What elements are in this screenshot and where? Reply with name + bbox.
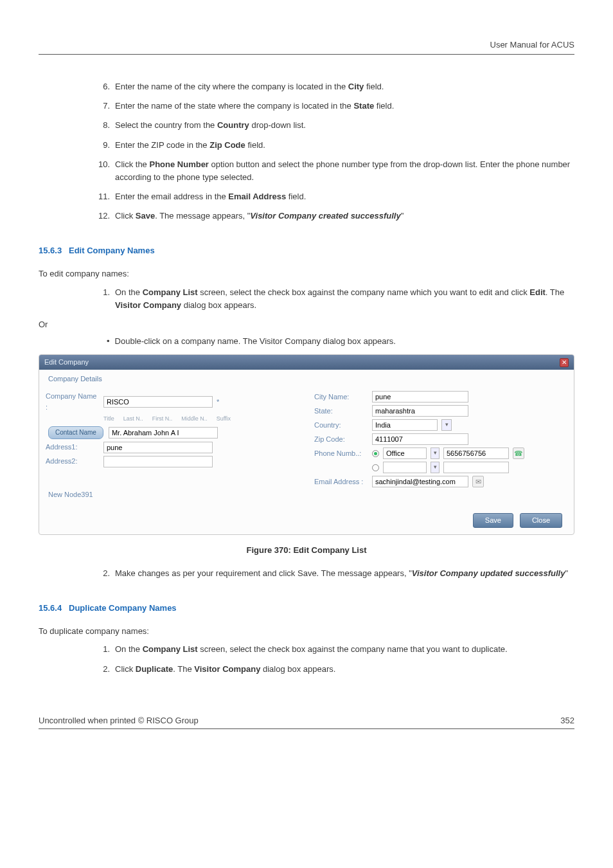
list-item: 2.Click Duplicate. The Visitor Company d… [93,663,574,676]
chevron-down-icon[interactable]: ▾ [441,419,452,431]
list-text: On the Company List screen, select the c… [115,286,574,312]
dialog-titlebar: Edit Company ✕ [39,355,574,370]
zip-input[interactable] [372,433,468,445]
chevron-down-icon[interactable]: ▾ [431,448,440,459]
ordered-list-a: 6.Enter the name of the city where the c… [93,80,574,222]
list-item: 6.Enter the name of the city where the c… [93,80,574,93]
list-number: 8. [93,119,110,132]
section-number: 15.6.3 [39,246,62,255]
country-label: Country: [314,420,368,431]
page-header: User Manual for ACUS [39,39,574,55]
intro-text-b: To duplicate company names: [39,625,574,638]
list-text: Make changes as per your requirement and… [115,567,574,580]
hint-first: First N.. [152,415,173,424]
close-icon[interactable]: ✕ [560,358,569,367]
list-item: 10.Click the Phone Number option button … [93,158,574,184]
dialog-left-column: Company Name : * Title Last N.. First N.… [46,388,299,500]
list-item: 2.Make changes as per your requirement a… [93,567,574,580]
list-number: 1. [93,643,110,656]
figure-caption: Figure 370: Edit Company List [39,544,574,557]
phone-radio-1[interactable] [372,450,379,457]
address1-label: Address1: [46,442,100,453]
list-number: 7. [93,100,110,113]
page-footer: Uncontrolled when printed © RISCO Group … [39,714,574,729]
dialog-title: Edit Company [44,357,89,368]
hint-middle: Middle N.. [181,415,208,424]
list-item: 9.Enter the ZIP code in the Zip Code fie… [93,139,574,152]
zip-label: Zip Code: [314,434,368,445]
list-number: 9. [93,139,110,152]
list-number: 11. [93,190,110,203]
address2-input[interactable] [103,456,213,467]
section-heading-edit: 15.6.3 Edit Company Names [39,244,574,257]
section-title: Duplicate Company Names [69,603,177,613]
list-item: 8.Select the country from the Country dr… [93,119,574,132]
phone-type-select-2[interactable] [383,462,427,473]
list-item: 1.On the Company List screen, select the… [93,286,574,312]
email-label: Email Address : [314,476,368,487]
phone-input-2[interactable] [443,462,509,473]
list-text: Enter the ZIP code in the Zip Code field… [115,139,574,152]
phone-icon[interactable]: ☎ [513,448,524,459]
email-input[interactable] [372,476,468,487]
bullet-item: Double-click on a company name. The Visi… [107,335,574,348]
state-label: State: [314,406,368,417]
close-button[interactable]: Close [520,513,562,528]
save-button[interactable]: Save [473,513,513,528]
list-text: On the Company List screen, select the c… [115,643,574,656]
list-text: Enter the email address in the Email Add… [115,190,574,203]
list-item: 7.Enter the name of the state where the … [93,100,574,113]
fieldset-label: Company Details [46,375,102,383]
hint-last: Last N.. [123,415,143,424]
list-number: 2. [93,567,110,580]
list-text: Select the country from the Country drop… [115,119,574,132]
list-text: Enter the name of the city where the com… [115,80,574,93]
bullet-list-b: Double-click on a company name. The Visi… [39,335,574,348]
section-number: 15.6.4 [39,603,62,613]
footer-page-number: 352 [560,714,574,727]
section-title: Edit Company Names [69,246,155,255]
phone-type-select[interactable] [383,448,427,459]
list-item: 12.Click Save. The message appears, "Vis… [93,210,574,222]
city-label: City Name: [314,392,368,402]
dialog-right-column: City Name: State: Country: ▾ Zip Code: P… [314,388,567,500]
list-text: Click Duplicate. The Visitor Company dia… [115,663,574,676]
edit-company-dialog: Edit Company ✕ Company Details Company N… [39,354,574,535]
chevron-down-icon[interactable]: ▾ [431,462,440,473]
contact-name-button[interactable]: Contact Name [48,426,103,439]
list-number: 12. [93,210,110,222]
phone-label: Phone Numb..: [314,448,368,459]
company-name-input[interactable] [103,396,213,408]
or-text: Or [39,318,574,331]
list-item: 1.On the Company List screen, select the… [93,643,574,656]
ordered-list-c: 2.Make changes as per your requirement a… [93,567,574,580]
company-name-label: Company Name : [46,391,100,413]
list-number: 1. [93,286,110,312]
ordered-list-b: 1.On the Company List screen, select the… [93,286,574,312]
list-number: 6. [93,80,110,93]
city-input[interactable] [372,391,468,402]
section-heading-duplicate: 15.6.4 Duplicate Company Names [39,602,574,615]
name-hint-row: Title Last N.. First N.. Middle N.. Suff… [46,415,299,424]
email-icon[interactable]: ✉ [472,476,484,487]
ordered-list-d: 1.On the Company List screen, select the… [93,643,574,675]
list-item: 11.Enter the email address in the Email … [93,190,574,203]
contact-name-input[interactable] [109,427,218,439]
list-number: 10. [93,158,110,184]
country-select[interactable] [372,419,438,431]
phone-input[interactable] [443,448,509,459]
state-input[interactable] [372,405,468,417]
hint-suffix: Suffix [217,415,231,424]
phone-radio-2[interactable] [372,464,379,471]
list-number: 2. [93,663,110,676]
address1-input[interactable] [103,442,213,453]
dialog-footer: Save Close [39,509,574,534]
list-text: Click Save. The message appears, "Visito… [115,210,574,222]
address2-label: Address2: [46,456,100,467]
intro-text-a: To edit company names: [39,267,574,280]
list-text: Click the Phone Number option button and… [115,158,574,184]
required-marker: * [217,397,222,408]
footer-left: Uncontrolled when printed © RISCO Group [39,714,199,727]
list-text: Enter the name of the state where the co… [115,100,574,113]
new-node-label: New Node391 [46,487,299,500]
